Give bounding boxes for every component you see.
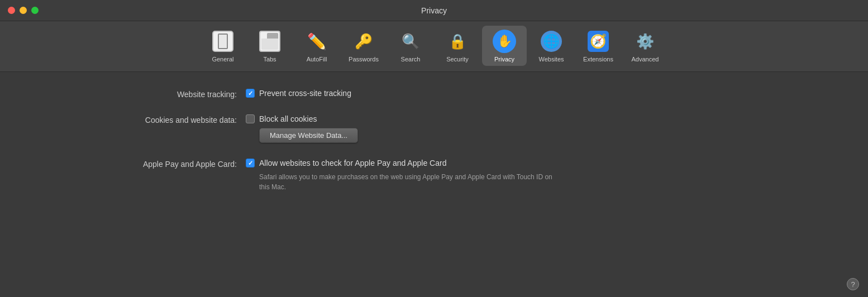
cookies-text: Block all cookies bbox=[259, 114, 317, 123]
security-icon: 🔒 bbox=[445, 29, 470, 54]
cookies-label: Cookies and website data: bbox=[56, 114, 246, 124]
help-button[interactable]: ? bbox=[847, 278, 859, 290]
toolbar-item-tabs[interactable]: Tabs bbox=[247, 26, 292, 66]
extensions-icon: 🧭 bbox=[586, 29, 611, 54]
window-controls bbox=[8, 7, 39, 14]
toolbar-label-extensions: Extensions bbox=[583, 56, 613, 63]
title-bar: Privacy bbox=[0, 0, 868, 21]
websites-icon: 🌐 bbox=[539, 29, 564, 54]
apple-pay-checkbox[interactable]: ✓ bbox=[246, 159, 255, 167]
toolbar-label-tabs: Tabs bbox=[263, 56, 276, 63]
toolbar-item-security[interactable]: 🔒 Security bbox=[435, 26, 480, 66]
toolbar-item-privacy[interactable]: ✋ Privacy bbox=[482, 26, 527, 66]
toolbar-item-passwords[interactable]: 🔑 Passwords bbox=[341, 26, 386, 66]
minimize-button[interactable] bbox=[20, 7, 27, 14]
general-icon bbox=[211, 29, 235, 54]
toolbar-label-autofill: AutoFill bbox=[307, 56, 327, 63]
checkmark-icon-2: ✓ bbox=[248, 160, 253, 167]
website-tracking-row: Website tracking: ✓ Prevent cross-site t… bbox=[0, 89, 868, 99]
privacy-icon: ✋ bbox=[492, 29, 517, 54]
manage-website-data-button[interactable]: Manage Website Data... bbox=[259, 128, 358, 143]
website-tracking-checkbox[interactable]: ✓ bbox=[246, 89, 255, 98]
toolbar-label-search: Search bbox=[401, 56, 421, 63]
cookies-checkbox[interactable] bbox=[246, 114, 255, 123]
toolbar-label-privacy: Privacy bbox=[494, 56, 514, 63]
toolbar-item-advanced[interactable]: ⚙️ Advanced bbox=[623, 26, 667, 66]
toolbar-item-autofill[interactable]: ✏️ AutoFill bbox=[294, 26, 339, 66]
maximize-button[interactable] bbox=[31, 7, 39, 14]
cookies-checkbox-row: Block all cookies bbox=[246, 114, 358, 123]
toolbar: General Tabs ✏️ AutoFill 🔑 Passwords 🔍 S… bbox=[0, 21, 868, 72]
cookies-row: Cookies and website data: Block all cook… bbox=[0, 114, 868, 143]
toolbar-item-websites[interactable]: 🌐 Websites bbox=[529, 26, 574, 66]
advanced-icon: ⚙️ bbox=[633, 29, 657, 54]
content-area: Website tracking: ✓ Prevent cross-site t… bbox=[0, 72, 868, 224]
website-tracking-checkbox-row: ✓ Prevent cross-site tracking bbox=[246, 89, 351, 98]
apple-pay-label: Apple Pay and Apple Card: bbox=[56, 159, 246, 169]
apple-pay-description: Safari allows you to make purchases on t… bbox=[259, 172, 561, 192]
close-button[interactable] bbox=[8, 7, 15, 14]
checkmark-icon: ✓ bbox=[248, 90, 253, 97]
toolbar-label-general: General bbox=[212, 56, 233, 63]
search-icon: 🔍 bbox=[398, 29, 423, 54]
window-title: Privacy bbox=[421, 6, 447, 15]
toolbar-label-security: Security bbox=[446, 56, 469, 63]
apple-pay-text: Allow websites to check for Apple Pay an… bbox=[259, 159, 446, 167]
autofill-icon: ✏️ bbox=[304, 29, 329, 54]
toolbar-item-extensions[interactable]: 🧭 Extensions bbox=[576, 26, 621, 66]
website-tracking-control: ✓ Prevent cross-site tracking bbox=[246, 89, 351, 98]
website-tracking-text: Prevent cross-site tracking bbox=[259, 89, 351, 98]
toolbar-label-passwords: Passwords bbox=[349, 56, 379, 63]
toolbar-label-advanced: Advanced bbox=[632, 56, 659, 63]
apple-pay-row: Apple Pay and Apple Card: ✓ Allow websit… bbox=[0, 159, 868, 192]
passwords-icon: 🔑 bbox=[351, 29, 376, 54]
toolbar-item-search[interactable]: 🔍 Search bbox=[388, 26, 433, 66]
toolbar-item-general[interactable]: General bbox=[201, 26, 245, 66]
tabs-icon bbox=[257, 29, 282, 54]
website-tracking-label: Website tracking: bbox=[56, 89, 246, 99]
apple-pay-checkbox-row: ✓ Allow websites to check for Apple Pay … bbox=[246, 159, 561, 167]
cookies-control: Block all cookies Manage Website Data... bbox=[246, 114, 358, 143]
toolbar-label-websites: Websites bbox=[538, 56, 564, 63]
apple-pay-control: ✓ Allow websites to check for Apple Pay … bbox=[246, 159, 561, 192]
